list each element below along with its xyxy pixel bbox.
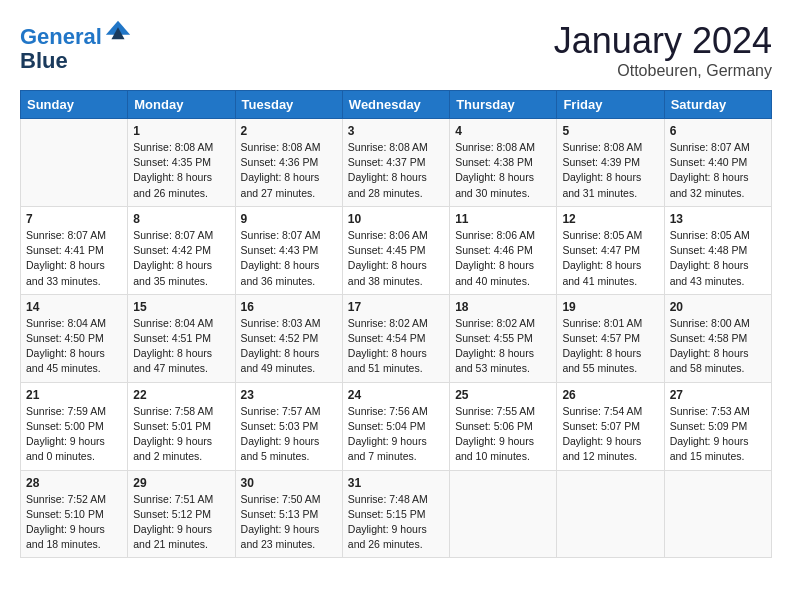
- cell-content: Sunrise: 7:54 AM Sunset: 5:07 PM Dayligh…: [562, 404, 658, 465]
- day-number: 26: [562, 388, 658, 402]
- calendar-body: 1Sunrise: 8:08 AM Sunset: 4:35 PM Daylig…: [21, 119, 772, 558]
- day-number: 8: [133, 212, 229, 226]
- day-number: 23: [241, 388, 337, 402]
- calendar-cell: 13Sunrise: 8:05 AM Sunset: 4:48 PM Dayli…: [664, 206, 771, 294]
- calendar-cell: 4Sunrise: 8:08 AM Sunset: 4:38 PM Daylig…: [450, 119, 557, 207]
- calendar-cell: 25Sunrise: 7:55 AM Sunset: 5:06 PM Dayli…: [450, 382, 557, 470]
- cell-content: Sunrise: 8:08 AM Sunset: 4:39 PM Dayligh…: [562, 140, 658, 201]
- cell-content: Sunrise: 8:01 AM Sunset: 4:57 PM Dayligh…: [562, 316, 658, 377]
- day-number: 20: [670, 300, 766, 314]
- day-number: 30: [241, 476, 337, 490]
- calendar-cell: 7Sunrise: 8:07 AM Sunset: 4:41 PM Daylig…: [21, 206, 128, 294]
- calendar-week-row: 21Sunrise: 7:59 AM Sunset: 5:00 PM Dayli…: [21, 382, 772, 470]
- day-number: 15: [133, 300, 229, 314]
- cell-content: Sunrise: 8:05 AM Sunset: 4:47 PM Dayligh…: [562, 228, 658, 289]
- calendar-cell: 30Sunrise: 7:50 AM Sunset: 5:13 PM Dayli…: [235, 470, 342, 558]
- cell-content: Sunrise: 8:07 AM Sunset: 4:40 PM Dayligh…: [670, 140, 766, 201]
- calendar-cell: 21Sunrise: 7:59 AM Sunset: 5:00 PM Dayli…: [21, 382, 128, 470]
- day-number: 2: [241, 124, 337, 138]
- day-number: 27: [670, 388, 766, 402]
- day-number: 31: [348, 476, 444, 490]
- day-number: 16: [241, 300, 337, 314]
- cell-content: Sunrise: 7:59 AM Sunset: 5:00 PM Dayligh…: [26, 404, 122, 465]
- calendar-cell: 9Sunrise: 8:07 AM Sunset: 4:43 PM Daylig…: [235, 206, 342, 294]
- cell-content: Sunrise: 7:51 AM Sunset: 5:12 PM Dayligh…: [133, 492, 229, 553]
- logo: GeneralBlue: [20, 20, 132, 73]
- calendar-cell: 2Sunrise: 8:08 AM Sunset: 4:36 PM Daylig…: [235, 119, 342, 207]
- weekday-header-cell: Saturday: [664, 91, 771, 119]
- day-number: 14: [26, 300, 122, 314]
- calendar-cell: 14Sunrise: 8:04 AM Sunset: 4:50 PM Dayli…: [21, 294, 128, 382]
- cell-content: Sunrise: 8:07 AM Sunset: 4:41 PM Dayligh…: [26, 228, 122, 289]
- calendar-week-row: 1Sunrise: 8:08 AM Sunset: 4:35 PM Daylig…: [21, 119, 772, 207]
- cell-content: Sunrise: 8:04 AM Sunset: 4:51 PM Dayligh…: [133, 316, 229, 377]
- cell-content: Sunrise: 8:04 AM Sunset: 4:50 PM Dayligh…: [26, 316, 122, 377]
- day-number: 28: [26, 476, 122, 490]
- cell-content: Sunrise: 8:08 AM Sunset: 4:36 PM Dayligh…: [241, 140, 337, 201]
- day-number: 9: [241, 212, 337, 226]
- cell-content: Sunrise: 8:07 AM Sunset: 4:43 PM Dayligh…: [241, 228, 337, 289]
- day-number: 13: [670, 212, 766, 226]
- cell-content: Sunrise: 8:02 AM Sunset: 4:54 PM Dayligh…: [348, 316, 444, 377]
- day-number: 18: [455, 300, 551, 314]
- weekday-header-cell: Friday: [557, 91, 664, 119]
- day-number: 11: [455, 212, 551, 226]
- day-number: 4: [455, 124, 551, 138]
- month-title: January 2024: [554, 20, 772, 62]
- weekday-header-cell: Wednesday: [342, 91, 449, 119]
- day-number: 7: [26, 212, 122, 226]
- day-number: 25: [455, 388, 551, 402]
- cell-content: Sunrise: 7:55 AM Sunset: 5:06 PM Dayligh…: [455, 404, 551, 465]
- cell-content: Sunrise: 7:50 AM Sunset: 5:13 PM Dayligh…: [241, 492, 337, 553]
- title-block: January 2024 Ottobeuren, Germany: [554, 20, 772, 80]
- cell-content: Sunrise: 7:48 AM Sunset: 5:15 PM Dayligh…: [348, 492, 444, 553]
- calendar-cell: 27Sunrise: 7:53 AM Sunset: 5:09 PM Dayli…: [664, 382, 771, 470]
- cell-content: Sunrise: 8:02 AM Sunset: 4:55 PM Dayligh…: [455, 316, 551, 377]
- day-number: 22: [133, 388, 229, 402]
- calendar-cell: 6Sunrise: 8:07 AM Sunset: 4:40 PM Daylig…: [664, 119, 771, 207]
- cell-content: Sunrise: 8:08 AM Sunset: 4:37 PM Dayligh…: [348, 140, 444, 201]
- calendar-cell: 16Sunrise: 8:03 AM Sunset: 4:52 PM Dayli…: [235, 294, 342, 382]
- cell-content: Sunrise: 7:56 AM Sunset: 5:04 PM Dayligh…: [348, 404, 444, 465]
- calendar-cell: [450, 470, 557, 558]
- day-number: 6: [670, 124, 766, 138]
- calendar-cell: 26Sunrise: 7:54 AM Sunset: 5:07 PM Dayli…: [557, 382, 664, 470]
- cell-content: Sunrise: 7:58 AM Sunset: 5:01 PM Dayligh…: [133, 404, 229, 465]
- weekday-header-cell: Tuesday: [235, 91, 342, 119]
- day-number: 24: [348, 388, 444, 402]
- day-number: 10: [348, 212, 444, 226]
- location-title: Ottobeuren, Germany: [554, 62, 772, 80]
- cell-content: Sunrise: 8:00 AM Sunset: 4:58 PM Dayligh…: [670, 316, 766, 377]
- weekday-header-cell: Monday: [128, 91, 235, 119]
- cell-content: Sunrise: 8:03 AM Sunset: 4:52 PM Dayligh…: [241, 316, 337, 377]
- calendar-week-row: 14Sunrise: 8:04 AM Sunset: 4:50 PM Dayli…: [21, 294, 772, 382]
- cell-content: Sunrise: 8:07 AM Sunset: 4:42 PM Dayligh…: [133, 228, 229, 289]
- cell-content: Sunrise: 8:05 AM Sunset: 4:48 PM Dayligh…: [670, 228, 766, 289]
- cell-content: Sunrise: 8:08 AM Sunset: 4:38 PM Dayligh…: [455, 140, 551, 201]
- calendar-cell: 5Sunrise: 8:08 AM Sunset: 4:39 PM Daylig…: [557, 119, 664, 207]
- weekday-header-cell: Sunday: [21, 91, 128, 119]
- calendar-cell: 11Sunrise: 8:06 AM Sunset: 4:46 PM Dayli…: [450, 206, 557, 294]
- day-number: 19: [562, 300, 658, 314]
- calendar-cell: 12Sunrise: 8:05 AM Sunset: 4:47 PM Dayli…: [557, 206, 664, 294]
- day-number: 21: [26, 388, 122, 402]
- calendar-cell: 15Sunrise: 8:04 AM Sunset: 4:51 PM Dayli…: [128, 294, 235, 382]
- day-number: 29: [133, 476, 229, 490]
- calendar-cell: 19Sunrise: 8:01 AM Sunset: 4:57 PM Dayli…: [557, 294, 664, 382]
- calendar-cell: 1Sunrise: 8:08 AM Sunset: 4:35 PM Daylig…: [128, 119, 235, 207]
- calendar-week-row: 28Sunrise: 7:52 AM Sunset: 5:10 PM Dayli…: [21, 470, 772, 558]
- calendar-cell: 28Sunrise: 7:52 AM Sunset: 5:10 PM Dayli…: [21, 470, 128, 558]
- day-number: 3: [348, 124, 444, 138]
- calendar-cell: 10Sunrise: 8:06 AM Sunset: 4:45 PM Dayli…: [342, 206, 449, 294]
- calendar-cell: 18Sunrise: 8:02 AM Sunset: 4:55 PM Dayli…: [450, 294, 557, 382]
- weekday-header-row: SundayMondayTuesdayWednesdayThursdayFrid…: [21, 91, 772, 119]
- cell-content: Sunrise: 7:53 AM Sunset: 5:09 PM Dayligh…: [670, 404, 766, 465]
- page-header: GeneralBlue January 2024 Ottobeuren, Ger…: [20, 20, 772, 80]
- day-number: 5: [562, 124, 658, 138]
- calendar-week-row: 7Sunrise: 8:07 AM Sunset: 4:41 PM Daylig…: [21, 206, 772, 294]
- logo-text: GeneralBlue: [20, 20, 132, 73]
- calendar-cell: 20Sunrise: 8:00 AM Sunset: 4:58 PM Dayli…: [664, 294, 771, 382]
- calendar-cell: 8Sunrise: 8:07 AM Sunset: 4:42 PM Daylig…: [128, 206, 235, 294]
- cell-content: Sunrise: 8:06 AM Sunset: 4:46 PM Dayligh…: [455, 228, 551, 289]
- cell-content: Sunrise: 8:08 AM Sunset: 4:35 PM Dayligh…: [133, 140, 229, 201]
